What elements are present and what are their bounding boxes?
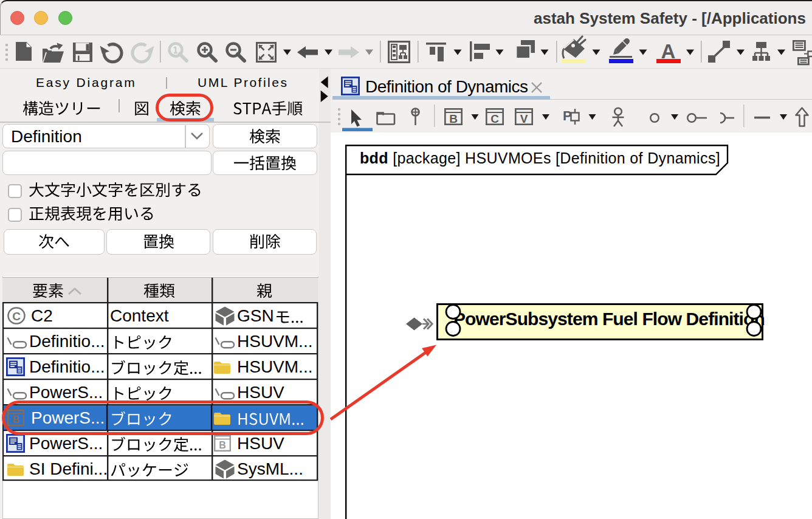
- svg-text:V: V: [520, 112, 528, 125]
- svg-text:B: B: [449, 112, 458, 125]
- svg-text:A: A: [661, 40, 676, 63]
- svg-text:B: B: [12, 414, 19, 425]
- svg-text:C: C: [12, 310, 21, 323]
- svg-text:C: C: [490, 112, 499, 125]
- svg-text:B: B: [219, 440, 226, 450]
